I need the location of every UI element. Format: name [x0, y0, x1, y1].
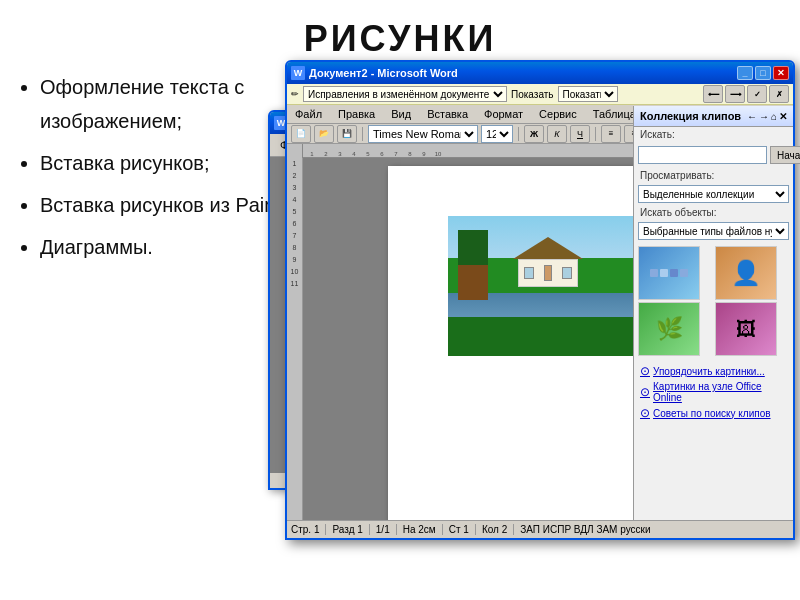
close-btn[interactable]: ✕	[773, 66, 789, 80]
status-line: Ст 1	[449, 524, 476, 535]
tb-save[interactable]: 💾	[337, 125, 357, 143]
menu-view[interactable]: Вид	[387, 107, 415, 121]
clip-art-panel: Коллекция клипов ← → ⌂ ✕ Искать: Начать	[633, 158, 793, 520]
window-2	[562, 267, 572, 279]
status-position: На 2см	[403, 524, 443, 535]
underline-btn[interactable]: Ч	[570, 125, 590, 143]
organize-link[interactable]: ⊙ Упорядочить картинки...	[640, 364, 787, 378]
clip-thumbnail-3[interactable]: 🌿	[638, 302, 700, 356]
status-section: Разд 1	[332, 524, 369, 535]
menu-format[interactable]: Формат	[480, 107, 527, 121]
minimize-btn[interactable]: _	[737, 66, 753, 80]
tb-new[interactable]: 📄	[291, 125, 311, 143]
revision-bar: ✏ Исправления в изменённом документе Пок…	[287, 84, 793, 105]
search-input[interactable]	[638, 158, 767, 164]
house-body	[518, 259, 578, 287]
status-page: Стр. 1	[291, 524, 326, 535]
windows	[519, 260, 577, 286]
search-tips-link[interactable]: ⊙ Советы по поиску клипов	[640, 406, 787, 420]
status-extra: ЗАП ИСПР ВДЛ ЗАМ русски	[520, 524, 650, 535]
organize-icon: ⊙	[640, 364, 650, 378]
door	[544, 265, 552, 281]
italic-btn[interactable]: К	[547, 125, 567, 143]
sep2	[518, 127, 519, 141]
sep3	[595, 127, 596, 141]
show-label: Показать	[511, 89, 554, 100]
word-window-main: W Документ2 - Microsoft Word _ □ ✕ ✏ Исп…	[285, 60, 795, 540]
search-row: Начать	[634, 158, 793, 168]
slide-title: РИСУНКИ	[0, 0, 800, 60]
clip-thumbnail-1[interactable]	[638, 246, 700, 300]
title-text-main: Документ2 - Microsoft Word	[309, 67, 458, 79]
title-bar-main: W Документ2 - Microsoft Word _ □ ✕	[287, 62, 793, 84]
bottom-grass	[448, 317, 648, 356]
house-roof	[513, 237, 583, 259]
find-dropdown[interactable]: Выбранные типы файлов нулü	[638, 222, 789, 240]
revision-dropdown[interactable]: Исправления в изменённом документе	[303, 86, 507, 102]
tb-icon-accept[interactable]: ✓	[747, 85, 767, 103]
menu-insert[interactable]: Вставка	[423, 107, 472, 121]
revision-icon: ✏	[291, 89, 299, 99]
browse-label: Просматривать:	[634, 168, 793, 183]
clip-links-area: ⊙ Упорядочить картинки... ⊙ Картинки на …	[634, 360, 793, 427]
vertical-ruler: 1 2 3 4 5 6 7 8 9 10 11	[287, 158, 303, 530]
search-button[interactable]: Начать	[770, 158, 793, 164]
tree-left	[458, 230, 488, 300]
clip-thumbnail-2[interactable]: 👤	[715, 246, 777, 300]
font-name-select[interactable]: Times New Roman	[368, 125, 478, 143]
status-col: Кол 2	[482, 524, 514, 535]
tb-icon-2[interactable]: ⟶	[725, 85, 745, 103]
maximize-btn[interactable]: □	[755, 66, 771, 80]
tb-icon-reject[interactable]: ✗	[769, 85, 789, 103]
office-online-link[interactable]: ⊙ Картинки на узле Office Online	[640, 381, 787, 403]
doc-image	[448, 216, 648, 356]
word-icon-main: W	[291, 66, 305, 80]
tb-open[interactable]: 📂	[314, 125, 334, 143]
clip-images-grid: 👤 🌿 🖼	[634, 242, 793, 360]
status-pages: 1/1	[376, 524, 397, 535]
font-size-select[interactable]: 12	[481, 125, 513, 143]
show-dropdown[interactable]: Показать	[558, 86, 618, 102]
office-online-icon: ⊙	[640, 385, 650, 399]
align-left-btn[interactable]: ≡	[601, 125, 621, 143]
window-1	[524, 267, 534, 279]
status-bar: Стр. 1 Разд 1 1/1 На 2см Ст 1 Кол 2 ЗАП …	[287, 520, 793, 538]
ruler-corner	[287, 144, 303, 158]
menu-edit[interactable]: Правка	[334, 107, 379, 121]
menu-file[interactable]: Файл	[291, 107, 326, 121]
sep1	[362, 127, 363, 141]
browse-dropdown[interactable]: Выделенные коллекции	[638, 185, 789, 203]
search-tips-icon: ⊙	[640, 406, 650, 420]
clip-thumbnail-4[interactable]: 🖼	[715, 302, 777, 356]
house	[513, 237, 583, 287]
ruler-ticks: 1 2 3 4 5 6 7 8 9 10	[305, 144, 445, 157]
bold-btn[interactable]: Ж	[524, 125, 544, 143]
doc-main-area: 1 2 3 4 5 6 7 8 9 10 11	[287, 158, 793, 530]
doc-inner: 1 2 3 4 5 6 7 8 9 10 1	[287, 144, 793, 530]
menu-tools[interactable]: Сервис	[535, 107, 581, 121]
revision-toolbar-icons: ⟵ ⟶ ✓ ✗	[703, 85, 789, 103]
tb-icon-1[interactable]: ⟵	[703, 85, 723, 103]
find-label: Искать объекты:	[634, 205, 793, 220]
